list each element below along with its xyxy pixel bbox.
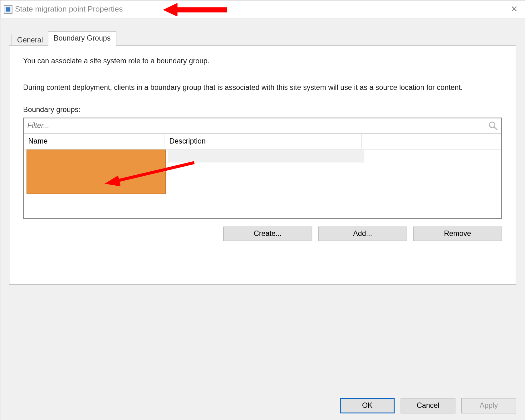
column-header-spacer <box>362 134 501 149</box>
tab-general[interactable]: General <box>12 34 48 46</box>
create-button[interactable]: Create... <box>223 227 312 241</box>
search-icon[interactable] <box>488 120 499 131</box>
window-title: State migration point Properties <box>15 5 123 14</box>
add-button[interactable]: Add... <box>318 227 407 241</box>
window-icon <box>4 5 12 13</box>
description-line-1: You can associate a site system role to … <box>23 57 502 65</box>
redacted-name-cell[interactable] <box>27 149 166 194</box>
remove-button[interactable]: Remove <box>413 227 502 241</box>
tab-boundary-groups[interactable]: Boundary Groups <box>48 31 116 46</box>
title-bar: State migration point Properties ✕ <box>0 0 525 18</box>
filter-input[interactable] <box>24 120 488 132</box>
svg-line-1 <box>494 127 497 130</box>
boundary-groups-label: Boundary groups: <box>23 105 502 114</box>
row-description-cell <box>168 149 364 162</box>
column-header-description[interactable]: Description <box>165 134 362 149</box>
column-header-name[interactable]: Name <box>24 134 165 149</box>
close-icon[interactable]: ✕ <box>511 4 518 14</box>
svg-point-0 <box>489 122 495 128</box>
tab-panel: You can associate a site system role to … <box>9 45 516 285</box>
apply-button: Apply <box>461 398 516 413</box>
cancel-button[interactable]: Cancel <box>401 398 455 413</box>
description-line-2: During content deployment, clients in a … <box>23 82 493 93</box>
ok-button[interactable]: OK <box>340 398 395 413</box>
boundary-groups-list: Name Description <box>23 117 502 219</box>
